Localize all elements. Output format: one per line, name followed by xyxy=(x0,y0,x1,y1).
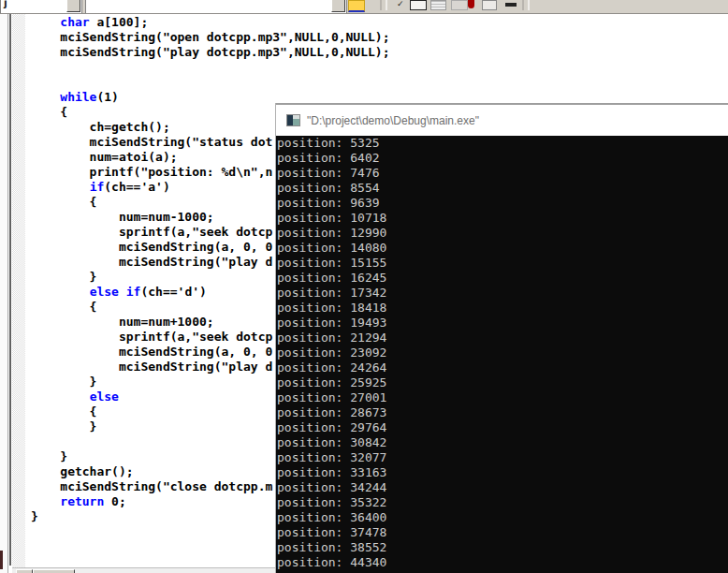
console-app-icon xyxy=(286,114,300,126)
goto-icon[interactable] xyxy=(348,0,365,12)
code-line xyxy=(31,60,728,75)
window-icon[interactable] xyxy=(482,0,497,10)
console-line: position: 27001 xyxy=(277,390,728,405)
scroll-left-button[interactable] xyxy=(16,569,33,573)
console-line: position: 9639 xyxy=(277,196,728,211)
console-line: position: 28673 xyxy=(277,405,728,420)
console-line: position: 21294 xyxy=(277,331,728,345)
console-line: position: 5325 xyxy=(277,136,728,151)
console-line: position: 14080 xyxy=(277,241,728,256)
console-line: position: 10718 xyxy=(277,211,728,226)
code-line: char a[100]; xyxy=(31,15,728,30)
frame-icon[interactable] xyxy=(410,0,427,10)
console-line: position: 34244 xyxy=(277,480,728,495)
console-line: position: 37478 xyxy=(277,525,728,540)
console-line: position: 33163 xyxy=(277,465,728,480)
combo-text-fragment: j xyxy=(4,0,7,9)
horizontal-scrollbar[interactable] xyxy=(12,567,276,573)
corner-marker xyxy=(0,551,3,569)
console-output[interactable]: position: 5325position: 6402position: 74… xyxy=(276,136,728,573)
console-line: position: 38552 xyxy=(277,540,728,555)
breakpoint-icon[interactable] xyxy=(468,0,474,8)
console-line: position: 36400 xyxy=(277,510,728,525)
console-line: position: 32077 xyxy=(277,450,728,465)
toolbar-separator-icon xyxy=(522,0,530,10)
code-line: mciSendString("play dotcpp.mp3",NULL,0,N… xyxy=(31,45,728,60)
console-line: position: 25925 xyxy=(277,375,728,390)
console-titlebar[interactable]: "D:\project\demo\Debug\main.exe" xyxy=(276,103,728,136)
check-icon[interactable]: ✓ xyxy=(397,0,405,8)
console-line: position: 35322 xyxy=(277,495,728,510)
left-panel-edge xyxy=(0,14,8,573)
console-line: position: 29764 xyxy=(277,420,728,435)
list-icon[interactable] xyxy=(430,0,446,10)
editor-gutter xyxy=(12,14,25,567)
console-line: position: 23092 xyxy=(277,345,728,360)
console-line: position: 17342 xyxy=(277,286,728,301)
console-line: position: 16245 xyxy=(277,271,728,286)
console-window: "D:\project\demo\Debug\main.exe" positio… xyxy=(276,103,728,573)
console-line: position: 8554 xyxy=(277,181,728,196)
console-title: "D:\project\demo\Debug\main.exe" xyxy=(307,114,479,127)
toolbar-separator-icon xyxy=(380,0,387,10)
console-line: position: 19493 xyxy=(277,316,728,331)
panel-icon[interactable] xyxy=(451,0,468,10)
console-line: position: 6402 xyxy=(277,151,728,166)
ide-window: j ✓ char a[100]; mciSendString("open dot… xyxy=(0,0,728,573)
console-line: position: 15155 xyxy=(277,256,728,271)
console-line: position: 30842 xyxy=(277,435,728,450)
console-line: position: 12990 xyxy=(277,226,728,241)
console-line: position: 44340 xyxy=(277,555,728,570)
toolbar: j ✓ xyxy=(0,0,728,14)
console-line: position: 24264 xyxy=(277,360,728,375)
console-line: position: 18418 xyxy=(277,301,728,316)
chevron-down-icon[interactable] xyxy=(331,0,345,12)
member-selector-combo[interactable] xyxy=(85,0,347,14)
minus-icon[interactable] xyxy=(505,3,517,7)
class-selector-combo[interactable]: j xyxy=(0,0,82,14)
code-line: mciSendString("open dotcpp.mp3",NULL,0,N… xyxy=(31,30,728,45)
scrollbar-thumb[interactable] xyxy=(33,569,75,573)
panel-splitter[interactable] xyxy=(9,14,11,566)
chevron-down-icon[interactable] xyxy=(66,0,80,12)
code-line xyxy=(31,75,728,90)
console-line: position: 7476 xyxy=(277,166,728,181)
